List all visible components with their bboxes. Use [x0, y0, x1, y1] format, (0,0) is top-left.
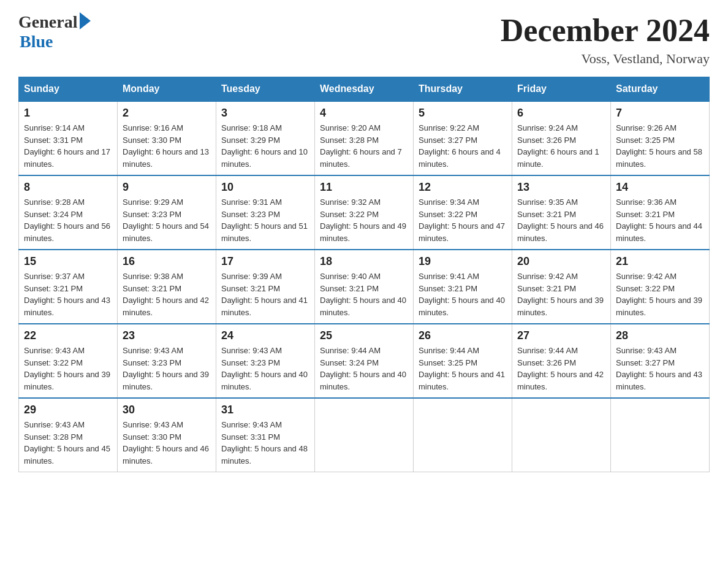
day-number: 12 [419, 181, 507, 194]
day-info: Sunrise: 9:44 AMSunset: 3:24 PMDaylight:… [320, 345, 408, 393]
day-number: 4 [320, 107, 408, 120]
day-info: Sunrise: 9:35 AMSunset: 3:21 PMDaylight:… [517, 196, 605, 244]
col-saturday: Saturday [611, 77, 710, 102]
day-info: Sunrise: 9:31 AMSunset: 3:23 PMDaylight:… [221, 196, 309, 244]
day-info: Sunrise: 9:34 AMSunset: 3:22 PMDaylight:… [419, 196, 507, 244]
day-number: 28 [616, 329, 704, 342]
day-number: 11 [320, 181, 408, 194]
calendar-week-row: 22Sunrise: 9:43 AMSunset: 3:22 PMDayligh… [19, 324, 710, 398]
calendar-header-row: Sunday Monday Tuesday Wednesday Thursday… [19, 77, 710, 102]
day-number: 15 [24, 255, 112, 268]
table-row: 4Sunrise: 9:20 AMSunset: 3:28 PMDaylight… [315, 101, 414, 175]
day-number: 8 [24, 181, 112, 194]
day-info: Sunrise: 9:37 AMSunset: 3:21 PMDaylight:… [24, 270, 112, 318]
day-info: Sunrise: 9:41 AMSunset: 3:21 PMDaylight:… [419, 270, 507, 318]
table-row: 25Sunrise: 9:44 AMSunset: 3:24 PMDayligh… [315, 324, 414, 398]
day-number: 6 [517, 107, 605, 120]
day-number: 19 [419, 255, 507, 268]
day-number: 26 [419, 329, 507, 342]
table-row: 28Sunrise: 9:43 AMSunset: 3:27 PMDayligh… [611, 324, 710, 398]
day-number: 16 [123, 255, 211, 268]
day-number: 20 [517, 255, 605, 268]
col-tuesday: Tuesday [216, 77, 315, 102]
table-row: 14Sunrise: 9:36 AMSunset: 3:21 PMDayligh… [611, 175, 710, 250]
table-row [611, 398, 710, 472]
day-number: 25 [320, 329, 408, 342]
logo-arrow-icon [80, 12, 91, 29]
table-row: 21Sunrise: 9:42 AMSunset: 3:22 PMDayligh… [611, 250, 710, 324]
day-info: Sunrise: 9:18 AMSunset: 3:29 PMDaylight:… [221, 122, 309, 170]
table-row: 15Sunrise: 9:37 AMSunset: 3:21 PMDayligh… [19, 250, 118, 324]
table-row: 16Sunrise: 9:38 AMSunset: 3:21 PMDayligh… [118, 250, 216, 324]
table-row: 3Sunrise: 9:18 AMSunset: 3:29 PMDaylight… [216, 101, 315, 175]
table-row: 6Sunrise: 9:24 AMSunset: 3:26 PMDaylight… [512, 101, 611, 175]
day-info: Sunrise: 9:32 AMSunset: 3:22 PMDaylight:… [320, 196, 408, 244]
day-info: Sunrise: 9:42 AMSunset: 3:22 PMDaylight:… [616, 270, 704, 318]
calendar-week-row: 29Sunrise: 9:43 AMSunset: 3:28 PMDayligh… [19, 398, 710, 472]
table-row: 2Sunrise: 9:16 AMSunset: 3:30 PMDaylight… [118, 101, 216, 175]
day-info: Sunrise: 9:43 AMSunset: 3:22 PMDaylight:… [24, 345, 112, 393]
table-row: 1Sunrise: 9:14 AMSunset: 3:31 PMDaylight… [19, 101, 118, 175]
day-info: Sunrise: 9:29 AMSunset: 3:23 PMDaylight:… [123, 196, 211, 244]
logo-blue-text: Blue [20, 32, 53, 52]
day-number: 2 [123, 107, 211, 120]
table-row: 30Sunrise: 9:43 AMSunset: 3:30 PMDayligh… [118, 398, 216, 472]
day-info: Sunrise: 9:43 AMSunset: 3:27 PMDaylight:… [616, 345, 704, 393]
title-block: December 2024 Voss, Vestland, Norway [501, 12, 710, 67]
day-info: Sunrise: 9:43 AMSunset: 3:23 PMDaylight:… [123, 345, 211, 393]
table-row [414, 398, 512, 472]
month-title: December 2024 [501, 12, 710, 48]
day-info: Sunrise: 9:43 AMSunset: 3:23 PMDaylight:… [221, 345, 309, 393]
table-row: 17Sunrise: 9:39 AMSunset: 3:21 PMDayligh… [216, 250, 315, 324]
table-row: 24Sunrise: 9:43 AMSunset: 3:23 PMDayligh… [216, 324, 315, 398]
table-row: 27Sunrise: 9:44 AMSunset: 3:26 PMDayligh… [512, 324, 611, 398]
day-info: Sunrise: 9:38 AMSunset: 3:21 PMDaylight:… [123, 270, 211, 318]
day-info: Sunrise: 9:22 AMSunset: 3:27 PMDaylight:… [419, 122, 507, 170]
table-row: 10Sunrise: 9:31 AMSunset: 3:23 PMDayligh… [216, 175, 315, 250]
day-number: 9 [123, 181, 211, 194]
day-number: 18 [320, 255, 408, 268]
logo-general-text: General [18, 12, 77, 32]
day-number: 5 [419, 107, 507, 120]
table-row: 20Sunrise: 9:42 AMSunset: 3:21 PMDayligh… [512, 250, 611, 324]
col-sunday: Sunday [19, 77, 118, 102]
day-info: Sunrise: 9:40 AMSunset: 3:21 PMDaylight:… [320, 270, 408, 318]
table-row: 29Sunrise: 9:43 AMSunset: 3:28 PMDayligh… [19, 398, 118, 472]
table-row: 11Sunrise: 9:32 AMSunset: 3:22 PMDayligh… [315, 175, 414, 250]
table-row: 7Sunrise: 9:26 AMSunset: 3:25 PMDaylight… [611, 101, 710, 175]
table-row: 22Sunrise: 9:43 AMSunset: 3:22 PMDayligh… [19, 324, 118, 398]
day-number: 27 [517, 329, 605, 342]
calendar-table: Sunday Monday Tuesday Wednesday Thursday… [18, 77, 710, 472]
col-friday: Friday [512, 77, 611, 102]
col-monday: Monday [118, 77, 216, 102]
day-info: Sunrise: 9:26 AMSunset: 3:25 PMDaylight:… [616, 122, 704, 170]
table-row: 8Sunrise: 9:28 AMSunset: 3:24 PMDaylight… [19, 175, 118, 250]
day-info: Sunrise: 9:20 AMSunset: 3:28 PMDaylight:… [320, 122, 408, 170]
day-number: 3 [221, 107, 309, 120]
logo: General Blue [18, 12, 91, 52]
table-row: 19Sunrise: 9:41 AMSunset: 3:21 PMDayligh… [414, 250, 512, 324]
location-subtitle: Voss, Vestland, Norway [501, 51, 710, 67]
table-row: 31Sunrise: 9:43 AMSunset: 3:31 PMDayligh… [216, 398, 315, 472]
day-info: Sunrise: 9:44 AMSunset: 3:25 PMDaylight:… [419, 345, 507, 393]
day-number: 30 [123, 404, 211, 416]
day-info: Sunrise: 9:14 AMSunset: 3:31 PMDaylight:… [24, 122, 112, 170]
day-number: 10 [221, 181, 309, 194]
table-row [512, 398, 611, 472]
table-row: 12Sunrise: 9:34 AMSunset: 3:22 PMDayligh… [414, 175, 512, 250]
day-info: Sunrise: 9:43 AMSunset: 3:31 PMDaylight:… [221, 419, 309, 467]
col-thursday: Thursday [414, 77, 512, 102]
calendar-week-row: 1Sunrise: 9:14 AMSunset: 3:31 PMDaylight… [19, 101, 710, 175]
day-info: Sunrise: 9:16 AMSunset: 3:30 PMDaylight:… [123, 122, 211, 170]
day-info: Sunrise: 9:36 AMSunset: 3:21 PMDaylight:… [616, 196, 704, 244]
day-number: 13 [517, 181, 605, 194]
table-row: 18Sunrise: 9:40 AMSunset: 3:21 PMDayligh… [315, 250, 414, 324]
page-header: General Blue December 2024 Voss, Vestlan… [18, 12, 710, 67]
day-number: 1 [24, 107, 112, 120]
table-row: 23Sunrise: 9:43 AMSunset: 3:23 PMDayligh… [118, 324, 216, 398]
day-number: 14 [616, 181, 704, 194]
day-info: Sunrise: 9:44 AMSunset: 3:26 PMDaylight:… [517, 345, 605, 393]
day-number: 7 [616, 107, 704, 120]
day-number: 29 [24, 404, 112, 416]
table-row: 26Sunrise: 9:44 AMSunset: 3:25 PMDayligh… [414, 324, 512, 398]
